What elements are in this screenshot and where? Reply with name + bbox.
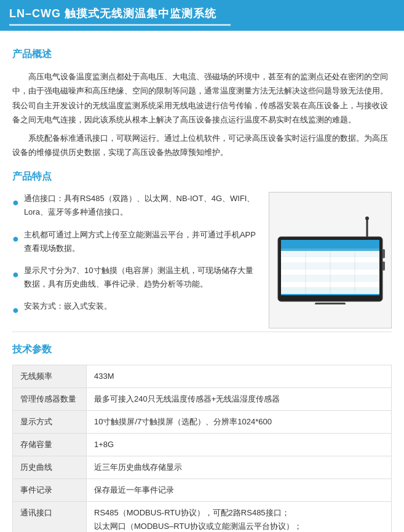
spec-row-5: 事件记录保存最近一年事件记录	[13, 478, 392, 501]
feature-item-3: ●安装方式：嵌入式安装。	[12, 300, 259, 320]
svg-rect-4	[281, 240, 379, 248]
spec-row-1: 管理传感器数量最多可接入240只无线温度传感器+无线温湿度传感器	[13, 387, 392, 410]
spec-label: 事件记录	[13, 478, 87, 501]
specs-table: 无线频率433M管理传感器数量最多可接入240只无线温度传感器+无线温湿度传感器…	[12, 365, 392, 533]
header: LN–CWG 触摸式无线测温集中监测系统	[0, 0, 404, 31]
svg-rect-18	[315, 303, 346, 304]
spec-value: 近三年历史曲线存储显示	[87, 456, 392, 478]
spec-value: 10寸触摸屏/7寸触摸屏（选配）、分辨率1024*600	[87, 410, 392, 433]
spec-value: 433M	[87, 365, 392, 387]
svg-rect-14	[281, 248, 379, 251]
spec-label: 历史曲线	[13, 456, 87, 478]
spec-label: 管理传感器数量	[13, 387, 87, 410]
device-svg	[272, 215, 389, 304]
spec-label: 无线频率	[13, 365, 87, 387]
bullet-icon: ●	[12, 265, 19, 284]
specs-title: 技术参数	[12, 343, 392, 359]
overview-title: 产品概述	[12, 48, 392, 63]
features-title: 产品特点	[12, 170, 392, 186]
bullet-icon: ●	[12, 229, 19, 248]
spec-value: 最多可接入240只无线温度传感器+无线温湿度传感器	[87, 387, 392, 410]
features-list: ●通信接口：具有RS485（双路）、以太网、NB-IOT、4G、WIFI、Lor…	[12, 192, 259, 328]
spec-label: 存储容量	[13, 433, 87, 456]
spec-label: 通讯接口	[13, 502, 87, 532]
spec-row-2: 显示方式10寸触摸屏/7寸触摸屏（选配）、分辨率1024*600	[13, 410, 392, 433]
spec-row-4: 历史曲线近三年历史曲线存储显示	[13, 456, 392, 478]
spec-value: RS485（MODBUS-RTU协议），可配2路RS485接口； 以太网口（MO…	[87, 502, 392, 532]
svg-rect-17	[382, 261, 385, 271]
page-title: LN–CWG 触摸式无线测温集中监测系统	[9, 6, 395, 21]
bullet-icon: ●	[12, 193, 19, 212]
spec-value: 保存最近一年事件记录	[87, 478, 392, 501]
spec-row-0: 无线频率433M	[13, 365, 392, 387]
feature-item-0: ●通信接口：具有RS485（双路）、以太网、NB-IOT、4G、WIFI、Lor…	[12, 192, 259, 219]
main-content: 产品概述 高压电气设备温度监测点都处于高电压、大电流、强磁场的环境中，甚至有的监…	[0, 31, 404, 532]
spec-value: 1+8G	[87, 433, 392, 456]
device-image	[269, 192, 392, 328]
svg-rect-15	[281, 294, 379, 295]
spec-row-6: 通讯接口RS485（MODBUS-RTU协议），可配2路RS485接口； 以太网…	[13, 502, 392, 532]
feature-text: 主机都可通过上网方式上传至立能测温云平台，并可通过手机APP查看现场数据。	[24, 228, 259, 255]
overview-paragraph-2: 系统配备标准通讯接口，可联网运行。通过上位机软件，可记录高压设备实时运行温度的数…	[12, 131, 392, 160]
overview-paragraph-1: 高压电气设备温度监测点都处于高电压、大电流、强磁场的环境中，甚至有的监测点还处在…	[12, 69, 392, 127]
features-container: ●通信接口：具有RS485（双路）、以太网、NB-IOT、4G、WIFI、Lor…	[12, 192, 392, 328]
feature-text: 通信接口：具有RS485（双路）、以太网、NB-IOT、4G、WIFI、Lora…	[24, 192, 259, 219]
spec-label: 显示方式	[13, 410, 87, 433]
feature-item-1: ●主机都可通过上网方式上传至立能测温云平台，并可通过手机APP查看现场数据。	[12, 228, 259, 255]
spec-row-3: 存储容量1+8G	[13, 433, 392, 456]
section-divider	[12, 332, 392, 332]
feature-text: 显示尺寸分为7、10寸触摸（电容屏）测温主机，可现场储存大量数据，具有历史曲线、…	[24, 264, 259, 291]
svg-point-1	[365, 216, 369, 220]
bullet-icon: ●	[12, 301, 19, 320]
feature-text: 安装方式：嵌入式安装。	[24, 300, 259, 313]
feature-item-2: ●显示尺寸分为7、10寸触摸（电容屏）测温主机，可现场储存大量数据，具有历史曲线…	[12, 264, 259, 291]
svg-rect-16	[382, 249, 385, 258]
header-underline	[9, 24, 231, 26]
